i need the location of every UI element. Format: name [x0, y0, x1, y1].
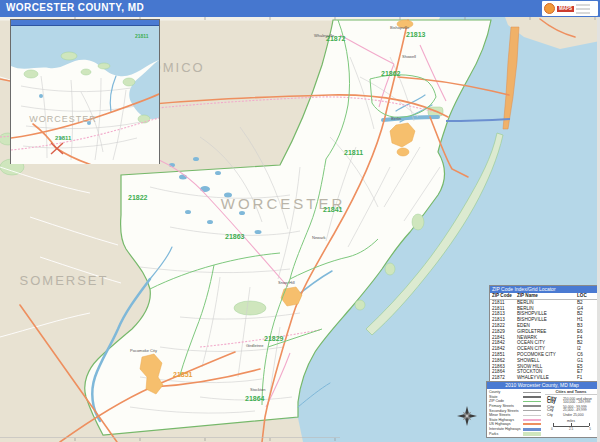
- inset-map[interactable]: WORCESTER 21811 21811: [10, 19, 160, 164]
- svg-text:Berlin: Berlin: [391, 116, 401, 121]
- svg-text:Showell: Showell: [402, 54, 416, 59]
- swatch-us-hwy: [523, 423, 541, 425]
- svg-text:21841: 21841: [323, 206, 343, 213]
- svg-text:Girdletree: Girdletree: [246, 343, 264, 348]
- svg-text:Snow Hill: Snow Hill: [278, 280, 295, 285]
- svg-text:21864: 21864: [245, 395, 265, 402]
- map-legend: 2010 Worcester County, MD Map County Sta…: [486, 381, 598, 438]
- zip-index-table: ZIP Code Index/Grid Locator ZIP Code ZIP…: [489, 285, 598, 382]
- map-page: { "header": { "title": "WORCESTER COUNTY…: [0, 0, 600, 442]
- svg-text:21862: 21862: [381, 70, 401, 77]
- scale-bar: miles 0 2.5 5: [545, 419, 597, 431]
- swatch-minor: [523, 415, 541, 416]
- swatch-state-hwy: [523, 419, 541, 421]
- legend-title: 2010 Worcester County, MD Map: [487, 382, 597, 389]
- swatch-county: [523, 392, 541, 393]
- svg-text:21813: 21813: [406, 31, 426, 38]
- swatch-interstate: [523, 428, 541, 431]
- logo-text: MAPS: [557, 6, 574, 12]
- swatch-state: [523, 396, 541, 398]
- svg-text:Stockton: Stockton: [250, 387, 266, 392]
- svg-text:Newark: Newark: [312, 235, 326, 240]
- svg-text:Pocomoke City: Pocomoke City: [130, 348, 157, 353]
- svg-text:21851: 21851: [173, 371, 193, 378]
- svg-text:Bishopville: Bishopville: [390, 25, 410, 30]
- zip-table-header: ZIP Code ZIP Name LOC: [490, 293, 597, 300]
- inset-zip-label-top: 21811: [135, 33, 149, 39]
- swatch-parks: [523, 432, 541, 436]
- logo-tagline-lines: [576, 4, 590, 14]
- svg-text:21822: 21822: [128, 194, 148, 201]
- publisher-logo[interactable]: MAPS: [542, 1, 598, 16]
- legend-symbols: County State ZIP Code Primary Streets Se…: [487, 389, 545, 436]
- swatch-primary: [523, 405, 541, 407]
- zip-table-body: 21811 BERLIN B2 21811 BERLIN G4 21813 BI…: [490, 300, 597, 381]
- swatch-zip: [523, 401, 541, 402]
- svg-text:21863: 21863: [225, 233, 245, 240]
- svg-text:21811: 21811: [344, 149, 363, 156]
- legend-cities: Cities and Towns City250,000 and above C…: [545, 389, 597, 436]
- page-title: WORCESTER COUNTY, MD: [6, 2, 144, 13]
- inset-county-label: WORCESTER: [29, 114, 97, 124]
- globe-icon: [544, 3, 555, 14]
- inset-zip-label: 21811: [55, 135, 72, 141]
- label-somerset: SOMERSET: [20, 273, 109, 288]
- svg-text:Whaleyville: Whaleyville: [314, 33, 335, 38]
- swatch-secondary: [523, 410, 541, 411]
- inset-svg: WORCESTER 21811 21811: [11, 26, 159, 164]
- title-bar: WORCESTER COUNTY, MD MAPS: [0, 0, 600, 17]
- zip-table-title: ZIP Code Index/Grid Locator: [490, 286, 597, 293]
- svg-text:21829: 21829: [264, 335, 284, 342]
